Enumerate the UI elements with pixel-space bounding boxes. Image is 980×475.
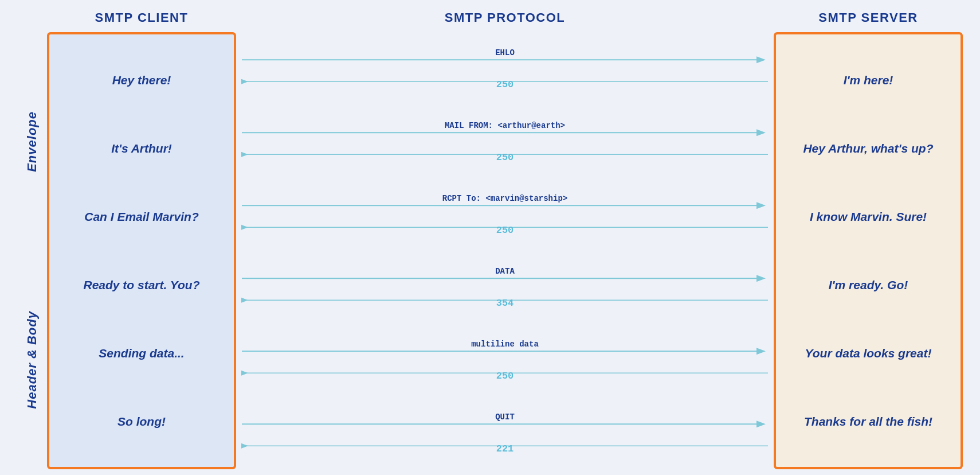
client-msg-4: Sending data...: [99, 345, 184, 361]
smtp-client-header: SMTP CLIENT: [95, 10, 189, 32]
protocol-arrows: [236, 32, 774, 469]
client-msg-5: So long!: [117, 414, 166, 429]
server-msg-5: Thanks for all the fish!: [804, 414, 932, 429]
smtp-protocol-header: SMTP PROTOCOL: [445, 10, 566, 32]
server-msg-0: I'm here!: [844, 72, 893, 88]
envelope-label: Envelope: [25, 111, 40, 172]
server-box: I'm here! Hey Arthur, what's up? I know …: [774, 32, 963, 469]
smtp-server-header: SMTP SERVER: [818, 10, 918, 32]
header-body-label: Header & Body: [25, 311, 40, 409]
server-msg-2: I know Marvin. Sure!: [810, 209, 927, 224]
client-box: Hey there! It's Arthur! Can I Email Marv…: [47, 32, 236, 469]
client-msg-3: Ready to start. You?: [83, 277, 199, 293]
server-msg-3: I'm ready. Go!: [829, 277, 908, 293]
client-msg-0: Hey there!: [112, 72, 171, 88]
client-msg-2: Can I Email Marvin?: [84, 209, 199, 224]
server-msg-1: Hey Arthur, what's up?: [803, 141, 933, 156]
client-msg-1: It's Arthur!: [111, 141, 172, 156]
server-msg-4: Your data looks great!: [805, 345, 932, 361]
